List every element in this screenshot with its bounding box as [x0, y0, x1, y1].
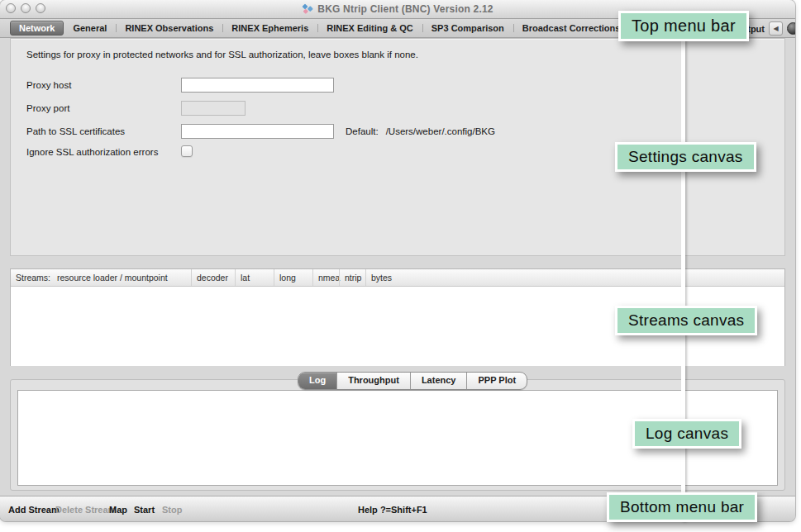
default-path: /Users/weber/.config/BKG	[386, 126, 495, 136]
tab-ppp-plot[interactable]: PPP Plot	[466, 373, 527, 389]
annotation-top-menu-bar: Top menu bar	[618, 11, 749, 41]
tab-scroll-left-button[interactable]: ◀	[769, 21, 783, 36]
annotation-bottom-menu-bar: Bottom menu bar	[607, 492, 757, 522]
column-lat: lat	[235, 269, 274, 286]
tab-rinex-observations[interactable]: RINEX Observations	[116, 21, 222, 36]
tab-rinex-editing-qc[interactable]: RINEX Editing & QC	[317, 21, 422, 36]
window-title: BKG Ntrip Client (BNC) Version 2.12	[317, 3, 493, 15]
help-shortcut-text: Help ?=Shift+F1	[358, 496, 427, 521]
column-nmea: nmea	[312, 269, 339, 286]
bnc-app-icon	[302, 3, 313, 15]
left-triangle-icon: ◀	[773, 25, 778, 32]
ignore-ssl-checkbox[interactable]	[181, 145, 193, 157]
streams-label: Streams:	[16, 273, 50, 283]
start-button[interactable]: Start	[134, 496, 155, 521]
column-mountpoint-label: resource loader / mountpoint	[57, 273, 168, 283]
ignore-ssl-label: Ignore SSL authorization errors	[26, 145, 158, 159]
stop-button: Stop	[162, 496, 182, 521]
proxy-port-label: Proxy port	[26, 101, 69, 116]
annotation-log-canvas: Log canvas	[632, 419, 741, 449]
log-tab-bar: Log Throughput Latency PPP Plot	[298, 372, 527, 390]
column-mountpoint: Streams: resource loader / mountpoint	[11, 269, 191, 286]
default-label: Default:	[346, 126, 379, 136]
ssl-path-input[interactable]	[181, 124, 334, 139]
proxy-host-input[interactable]	[181, 78, 334, 93]
settings-description: Settings for proxy in protected networks…	[26, 50, 418, 59]
tab-network[interactable]: Network	[10, 21, 64, 36]
column-long: long	[274, 269, 312, 286]
ssl-default-hint: Default:/Users/weber/.config/BKG	[346, 124, 495, 139]
streams-header: Streams: resource loader / mountpoint de…	[11, 269, 784, 287]
map-button[interactable]: Map	[109, 496, 127, 521]
column-decoder: decoder	[191, 269, 235, 286]
tab-broadcast-corrections[interactable]: Broadcast Corrections	[513, 21, 630, 36]
proxy-port-input	[181, 101, 246, 116]
tab-throughput[interactable]: Throughput	[336, 373, 410, 389]
column-ntrip: ntrip	[339, 269, 365, 286]
annotation-settings-canvas: Settings canvas	[615, 142, 756, 172]
tab-rinex-ephemeris[interactable]: RINEX Ephemeris	[222, 21, 317, 36]
proxy-host-label: Proxy host	[26, 78, 71, 93]
tab-general[interactable]: General	[64, 21, 116, 36]
tab-log[interactable]: Log	[298, 373, 336, 389]
annotation-streams-canvas: Streams canvas	[615, 306, 757, 335]
tab-scroll-right-button[interactable]	[787, 22, 795, 35]
tab-sp3-comparison[interactable]: SP3 Comparison	[422, 21, 513, 36]
ssl-path-label: Path to SSL certificates	[26, 124, 125, 139]
delete-stream-button: Delete Stream	[55, 496, 116, 521]
tab-latency[interactable]: Latency	[410, 373, 467, 389]
tab-partial-output[interactable]: tput	[747, 24, 765, 34]
column-bytes: bytes	[365, 269, 784, 286]
add-stream-button[interactable]: Add Stream	[8, 496, 60, 521]
